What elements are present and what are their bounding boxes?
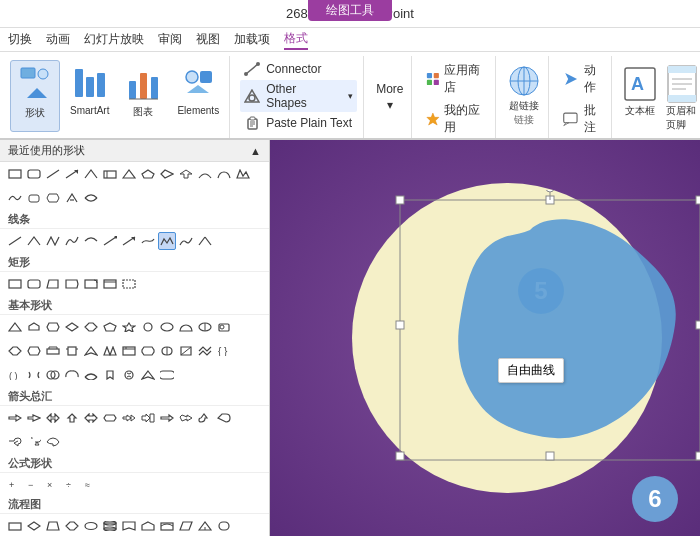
flow-cell[interactable] xyxy=(196,517,214,535)
basic-cell[interactable] xyxy=(6,318,24,336)
shape-cell[interactable] xyxy=(25,165,43,183)
arrow-cell[interactable] xyxy=(82,409,100,427)
rect-cell[interactable] xyxy=(44,275,62,293)
basic-cell[interactable] xyxy=(25,342,43,360)
basic-cell[interactable] xyxy=(158,342,176,360)
basic-cell[interactable] xyxy=(6,342,24,360)
formula-cell[interactable]: ÷ xyxy=(63,475,81,493)
basic-cell[interactable] xyxy=(139,318,157,336)
flow-cell[interactable] xyxy=(25,517,43,535)
shape-cell[interactable] xyxy=(63,189,81,207)
arrow-cell[interactable] xyxy=(196,409,214,427)
menu-slideshow[interactable]: 幻灯片放映 xyxy=(84,31,144,48)
shape-cell[interactable] xyxy=(82,165,100,183)
rect-cell[interactable] xyxy=(6,275,24,293)
basic-cell[interactable] xyxy=(177,318,195,336)
arrow-cell[interactable] xyxy=(44,433,62,451)
comment-item[interactable]: 批注 xyxy=(559,100,605,138)
line-cell[interactable] xyxy=(25,232,43,250)
arrow-cell[interactable] xyxy=(6,409,24,427)
rect-cell[interactable] xyxy=(25,275,43,293)
basic-cell[interactable] xyxy=(101,318,119,336)
shape-cell[interactable] xyxy=(6,189,24,207)
arrow-cell[interactable] xyxy=(158,409,176,427)
smartart-button[interactable]: SmartArt xyxy=(64,60,115,132)
chart-button[interactable]: 图表 xyxy=(119,60,167,132)
flow-cell[interactable] xyxy=(215,517,233,535)
other-shapes-item[interactable]: Other Shapes ▾ xyxy=(240,80,357,112)
rect-cell[interactable] xyxy=(82,275,100,293)
line-cell[interactable] xyxy=(6,232,24,250)
rect-cell[interactable] xyxy=(120,275,138,293)
blue-shape[interactable] xyxy=(370,190,700,480)
menu-format[interactable]: 格式 xyxy=(284,30,308,50)
flow-cell[interactable] xyxy=(63,517,81,535)
basic-cell[interactable] xyxy=(177,342,195,360)
line-cell[interactable] xyxy=(177,232,195,250)
basic-cell[interactable] xyxy=(120,366,138,384)
freeform-cell[interactable] xyxy=(158,232,176,250)
arrow-cell[interactable] xyxy=(139,409,157,427)
arrow-cell[interactable] xyxy=(177,409,195,427)
shape-cell[interactable] xyxy=(63,165,81,183)
elements-button[interactable]: Elements xyxy=(171,60,225,132)
menu-animation[interactable]: 动画 xyxy=(46,31,70,48)
my-apps-item[interactable]: 我的应用 xyxy=(422,100,489,138)
basic-cell[interactable] xyxy=(139,342,157,360)
shape-cell[interactable] xyxy=(120,165,138,183)
flow-cell[interactable] xyxy=(120,517,138,535)
app-store-item[interactable]: 应用商店 xyxy=(422,60,489,98)
shape-cell[interactable] xyxy=(6,165,24,183)
basic-cell[interactable] xyxy=(63,318,81,336)
menu-switch[interactable]: 切换 xyxy=(8,31,32,48)
line-cell[interactable] xyxy=(82,232,100,250)
line-cell[interactable] xyxy=(139,232,157,250)
shape-cell[interactable] xyxy=(139,165,157,183)
hyperlink-group[interactable]: 超链接 链接 xyxy=(500,56,549,138)
basic-cell[interactable] xyxy=(139,366,157,384)
line-cell[interactable] xyxy=(120,232,138,250)
flow-cell[interactable] xyxy=(44,517,62,535)
formula-cell[interactable]: + xyxy=(6,475,24,493)
flow-cell[interactable] xyxy=(139,517,157,535)
arrow-cell[interactable] xyxy=(120,409,138,427)
more-button[interactable]: More ▾ xyxy=(368,56,412,138)
rect-cell[interactable] xyxy=(101,275,119,293)
line-cell[interactable] xyxy=(101,232,119,250)
paste-plain-text-item[interactable]: Paste Plain Text xyxy=(240,114,357,132)
shape-cell[interactable] xyxy=(196,165,214,183)
arrow-cell[interactable] xyxy=(215,409,233,427)
basic-cell[interactable] xyxy=(215,318,233,336)
basic-cell[interactable] xyxy=(196,342,214,360)
basic-cell[interactable] xyxy=(44,318,62,336)
formula-cell[interactable]: − xyxy=(25,475,43,493)
shape-cell[interactable] xyxy=(101,165,119,183)
shape-cell[interactable] xyxy=(44,165,62,183)
arrow-cell[interactable] xyxy=(101,409,119,427)
action-item[interactable]: 动作 xyxy=(559,60,605,98)
basic-cell[interactable] xyxy=(120,318,138,336)
arrow-cell[interactable] xyxy=(63,409,81,427)
shape-cell[interactable] xyxy=(25,189,43,207)
flow-cell[interactable] xyxy=(82,517,100,535)
basic-cell[interactable] xyxy=(82,342,100,360)
basic-cell[interactable] xyxy=(82,318,100,336)
basic-cell[interactable] xyxy=(25,366,43,384)
rect-cell[interactable] xyxy=(63,275,81,293)
line-cell[interactable] xyxy=(196,232,214,250)
arrow-cell[interactable] xyxy=(25,409,43,427)
menu-view[interactable]: 视图 xyxy=(196,31,220,48)
flow-cell[interactable] xyxy=(177,517,195,535)
formula-cell[interactable]: ≈ xyxy=(82,475,100,493)
basic-cell[interactable] xyxy=(63,342,81,360)
basic-cell[interactable] xyxy=(44,342,62,360)
shape-button[interactable]: 形状 xyxy=(10,60,60,132)
shape-cell[interactable] xyxy=(234,165,252,183)
basic-cell[interactable] xyxy=(158,366,176,384)
flow-cell[interactable] xyxy=(101,517,119,535)
basic-cell[interactable] xyxy=(158,318,176,336)
shape-cell[interactable] xyxy=(44,189,62,207)
header-footer-button[interactable]: 页眉和页脚 xyxy=(662,60,700,136)
textbox-button[interactable]: A 文本框 xyxy=(620,60,660,122)
arrow-cell[interactable] xyxy=(6,433,24,451)
